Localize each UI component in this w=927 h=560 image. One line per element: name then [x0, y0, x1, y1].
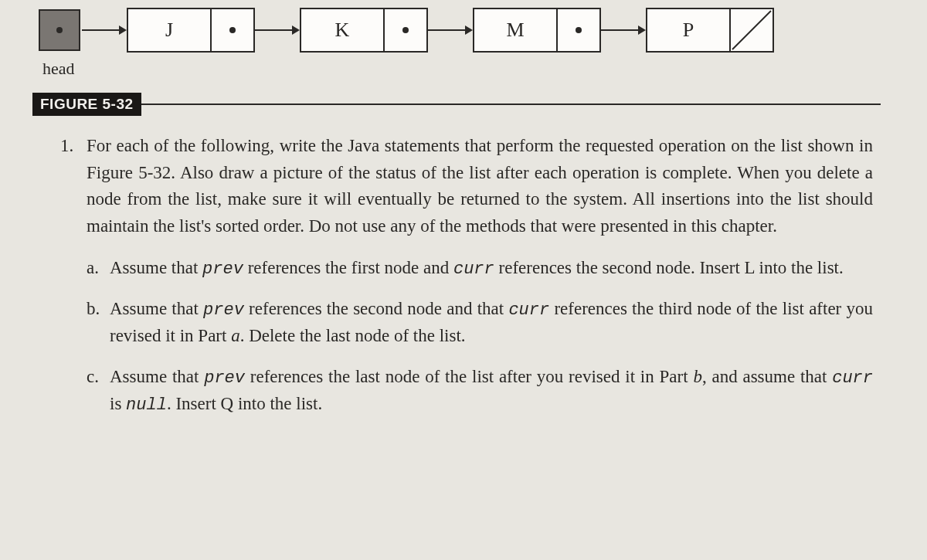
- figure-caption-bar: FIGURE 5-32: [32, 93, 881, 116]
- part-body: Assume that prev references the last nod…: [110, 364, 873, 418]
- linked-list-diagram: J K M P: [39, 8, 904, 53]
- arrow: [255, 25, 300, 35]
- code-curr: curr: [832, 368, 873, 388]
- node-pointer: [385, 9, 426, 51]
- part-marker: c.: [87, 364, 110, 418]
- text: is: [110, 394, 126, 413]
- part-body: Assume that prev references the first no…: [110, 255, 873, 282]
- arrow: [82, 25, 127, 35]
- node-data: J: [128, 9, 212, 51]
- node-data: P: [647, 9, 731, 51]
- text: , and assume that: [702, 367, 832, 386]
- svg-line-0: [732, 11, 771, 49]
- code-prev: prev: [203, 300, 244, 320]
- code-curr: curr: [453, 260, 494, 279]
- pointer-dot: [56, 27, 63, 33]
- question-part: b. Assume that prev references the secon…: [87, 296, 873, 350]
- arrow: [428, 25, 473, 35]
- italic-ref: b: [693, 367, 702, 386]
- part-body: Assume that prev references the second n…: [110, 296, 873, 350]
- arrow: [601, 25, 646, 35]
- horizontal-rule: [141, 104, 881, 105]
- text: Assume that: [110, 258, 202, 277]
- list-node: M: [473, 8, 601, 53]
- code-prev: prev: [204, 368, 245, 388]
- list-node: J: [127, 8, 255, 53]
- question-part: a. Assume that prev references the first…: [87, 255, 873, 282]
- question-number: 1.: [60, 133, 87, 239]
- node-pointer: [558, 9, 599, 51]
- code-curr: curr: [508, 300, 549, 320]
- text: Assume that: [110, 367, 204, 386]
- italic-ref: a: [231, 326, 240, 345]
- text: references the first node and: [243, 258, 453, 277]
- figure-label: FIGURE 5-32: [32, 93, 141, 116]
- text: references the last node of the list aft…: [245, 367, 693, 386]
- code-null: null: [126, 395, 167, 415]
- part-marker: b.: [87, 296, 110, 350]
- head-label: head: [42, 59, 904, 79]
- node-data: M: [474, 9, 558, 51]
- text: references the second node. Insert L int…: [494, 258, 844, 277]
- node-pointer: [212, 9, 253, 51]
- question-part: c. Assume that prev references the last …: [87, 364, 873, 418]
- head-node: [39, 9, 80, 51]
- text: . Delete the last node of the list.: [240, 326, 466, 345]
- node-data: K: [301, 9, 385, 51]
- list-node: P: [646, 8, 774, 53]
- part-marker: a.: [87, 255, 110, 282]
- text: Assume that: [110, 299, 203, 318]
- list-node: K: [300, 8, 428, 53]
- text: references the second node and that: [244, 299, 508, 318]
- null-pointer: [731, 9, 772, 51]
- text: . Insert Q into the list.: [167, 394, 322, 413]
- question-stem: For each of the following, write the Jav…: [87, 133, 873, 239]
- code-prev: prev: [202, 260, 243, 279]
- question-block: 1. For each of the following, write the …: [60, 133, 873, 418]
